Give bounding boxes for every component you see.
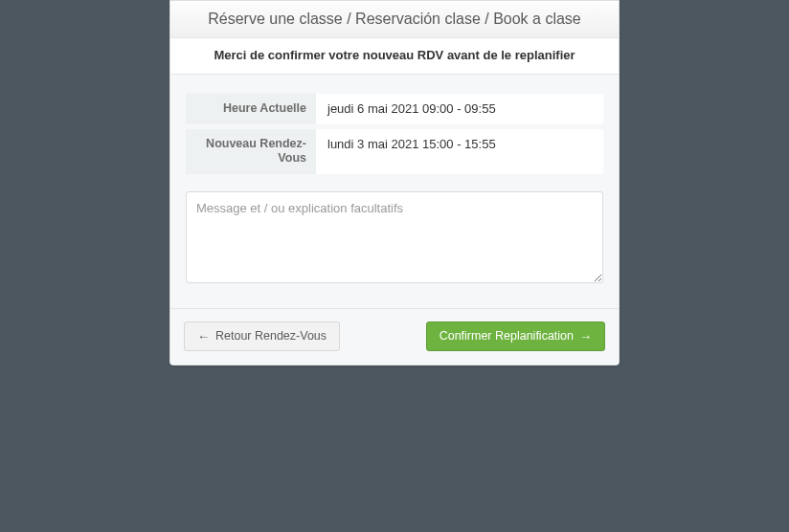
back-button-label: Retour Rendez-Vous (215, 330, 327, 343)
arrow-left-icon: ← (197, 330, 210, 343)
back-button[interactable]: ← Retour Rendez-Vous (184, 321, 340, 351)
current-time-label: Heure Actuelle (186, 94, 316, 124)
form-area: Heure Actuelle jeudi 6 mai 2021 09:00 - … (170, 75, 619, 308)
message-input[interactable] (186, 191, 603, 283)
current-time-value: jeudi 6 mai 2021 09:00 - 09:55 (316, 94, 603, 124)
confirm-button[interactable]: Confirmer Replanification → (426, 321, 605, 351)
confirm-button-label: Confirmer Replanification (440, 330, 574, 343)
panel-title: Réserve une classe / Reservación clase /… (170, 1, 619, 38)
current-time-row: Heure Actuelle jeudi 6 mai 2021 09:00 - … (186, 94, 603, 124)
new-appointment-label: Nouveau Rendez-Vous (186, 129, 316, 174)
new-appointment-value: lundi 3 mai 2021 15:00 - 15:55 (316, 129, 603, 174)
arrow-right-icon: → (579, 330, 592, 343)
new-appointment-row: Nouveau Rendez-Vous lundi 3 mai 2021 15:… (186, 129, 603, 174)
reschedule-panel: Réserve une classe / Reservación clase /… (169, 0, 620, 366)
footer: ← Retour Rendez-Vous Confirmer Replanifi… (170, 308, 619, 365)
confirm-instruction: Merci de confirmer votre nouveau RDV ava… (170, 38, 619, 75)
